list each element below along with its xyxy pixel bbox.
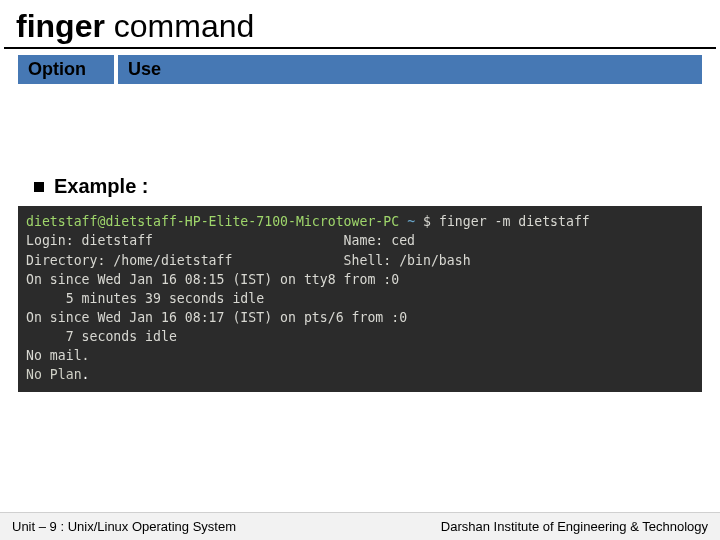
footer-left-rest: 9 : Unix/Linux Operating System xyxy=(50,519,236,534)
title-rest: command xyxy=(105,8,254,44)
prompt-dollar: $ xyxy=(423,214,431,229)
bullet-icon xyxy=(34,182,44,192)
term-line-6: No mail. xyxy=(26,348,90,363)
term-last-suffix: . xyxy=(82,367,90,382)
slide: finger command Option Use Example : diet… xyxy=(0,0,720,540)
terminal-output: dietstaff@dietstaff-HP-Elite-7100-Microt… xyxy=(18,206,702,392)
col-header-option: Option xyxy=(18,55,114,84)
footer-left-dash: – xyxy=(39,519,50,534)
footer-left-prefix: Unit xyxy=(12,519,39,534)
prompt-command: finger -m dietstaff xyxy=(439,214,590,229)
example-heading: Example : xyxy=(34,174,720,198)
term-line-5: 7 seconds idle xyxy=(26,329,177,344)
term-line-4: On since Wed Jan 16 08:17 (IST) on pts/6… xyxy=(26,310,407,325)
prompt-user: dietstaff@dietstaff-HP-Elite-7100-Microt… xyxy=(26,214,399,229)
term-line-1: Directory: /home/dietstaff Shell: /bin/b… xyxy=(26,253,471,268)
title-underline xyxy=(4,47,716,49)
term-line-0: Login: dietstaff Name: ced xyxy=(26,233,415,248)
col-header-use: Use xyxy=(118,55,702,84)
options-table-header: Option Use xyxy=(18,55,702,84)
term-line-2: On since Wed Jan 16 08:15 (IST) on tty8 … xyxy=(26,272,399,287)
footer-right: Darshan Institute of Engineering & Techn… xyxy=(441,519,708,534)
term-line-3: 5 minutes 39 seconds idle xyxy=(26,291,264,306)
prompt-tilde: ~ xyxy=(407,214,415,229)
title-bold: finger xyxy=(16,8,105,44)
example-text: Example : xyxy=(54,175,148,197)
slide-title: finger command xyxy=(0,0,720,47)
term-last-prefix: No Plan xyxy=(26,367,82,382)
slide-footer: Unit – 9 : Unix/Linux Operating System D… xyxy=(0,512,720,540)
footer-left: Unit – 9 : Unix/Linux Operating System xyxy=(12,519,236,534)
